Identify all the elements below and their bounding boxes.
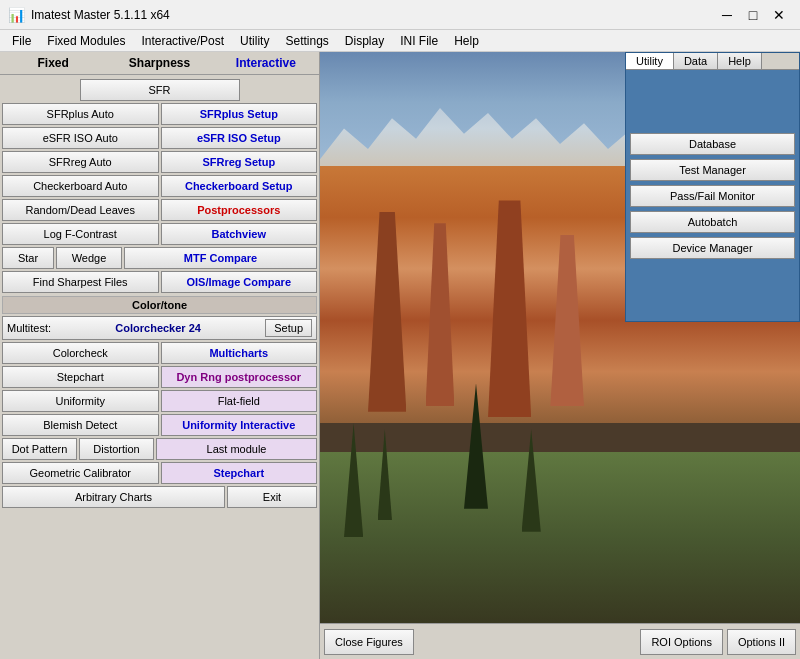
dynrng-button[interactable]: Dyn Rng postprocessor	[161, 366, 318, 388]
menu-utility[interactable]: Utility	[232, 32, 277, 50]
sfrplus-row: SFRplus Auto SFRplus Setup	[2, 103, 317, 125]
esfr-row: eSFR ISO Auto eSFR ISO Setup	[2, 127, 317, 149]
stepchart1-button[interactable]: Stepchart	[2, 366, 159, 388]
color-tone-label: Color/tone	[2, 296, 317, 314]
tab-help[interactable]: Help	[718, 53, 762, 69]
utility-tab-content: Database Test Manager Pass/Fail Monitor …	[626, 70, 799, 321]
pass-fail-monitor-button[interactable]: Pass/Fail Monitor	[630, 185, 795, 207]
log-batch-row: Log F-Contrast Batchview	[2, 223, 317, 245]
header-fixed: Fixed	[0, 54, 106, 72]
esfr-iso-auto-button[interactable]: eSFR ISO Auto	[2, 127, 159, 149]
geometric-calibrator-button[interactable]: Geometric Calibrator	[2, 462, 159, 484]
arbitrary-exit-row: Arbitrary Charts Exit	[2, 486, 317, 508]
menu-bar: File Fixed Modules Interactive/Post Util…	[0, 30, 800, 52]
menu-fixed-modules[interactable]: Fixed Modules	[39, 32, 133, 50]
uniformity-flatfield-row: Uniformity Flat-field	[2, 390, 317, 412]
database-button[interactable]: Database	[630, 133, 795, 155]
right-panel: imatest ® Utility Data Help Database Tes…	[320, 52, 800, 659]
header-sharpness: Sharpness	[106, 54, 212, 72]
ois-compare-button[interactable]: OIS/Image Compare	[161, 271, 318, 293]
multitest-value: Colorchecker 24	[53, 322, 263, 334]
dot-distortion-row: Dot Pattern Distortion Last module	[2, 438, 317, 460]
sfrreg-auto-button[interactable]: SFRreg Auto	[2, 151, 159, 173]
blemish-unifint-row: Blemish Detect Uniformity Interactive	[2, 414, 317, 436]
sfrplus-auto-button[interactable]: SFRplus Auto	[2, 103, 159, 125]
dot-pattern-button[interactable]: Dot Pattern	[2, 438, 77, 460]
colorcheck-multicharts-row: Colorcheck Multicharts	[2, 342, 317, 364]
colorcheck-button[interactable]: Colorcheck	[2, 342, 159, 364]
random-dead-leaves-button[interactable]: Random/Dead Leaves	[2, 199, 159, 221]
stepchart-dynrng-row: Stepchart Dyn Rng postprocessor	[2, 366, 317, 388]
checkerboard-row: Checkerboard Auto Checkerboard Setup	[2, 175, 317, 197]
batchview-button[interactable]: Batchview	[161, 223, 318, 245]
tab-data[interactable]: Data	[674, 53, 718, 69]
utility-tabs: Utility Data Help	[626, 53, 799, 70]
uniformity-button[interactable]: Uniformity	[2, 390, 159, 412]
utility-panel: Utility Data Help Database Test Manager …	[625, 52, 800, 322]
esfr-iso-setup-button[interactable]: eSFR ISO Setup	[161, 127, 318, 149]
distortion-button[interactable]: Distortion	[79, 438, 154, 460]
sfr-row: SFR	[2, 79, 317, 101]
close-figures-button[interactable]: Close Figures	[324, 629, 414, 655]
arbitrary-charts-button[interactable]: Arbitrary Charts	[2, 486, 225, 508]
window-controls: ─ □ ✕	[714, 5, 792, 25]
panel-body: SFR SFRplus Auto SFRplus Setup eSFR ISO …	[0, 75, 319, 659]
menu-file[interactable]: File	[4, 32, 39, 50]
left-panel: Fixed Sharpness Interactive SFR SFRplus …	[0, 52, 320, 659]
test-manager-button[interactable]: Test Manager	[630, 159, 795, 181]
menu-settings[interactable]: Settings	[277, 32, 336, 50]
wedge-button[interactable]: Wedge	[56, 247, 122, 269]
multitest-prefix: Multitest:	[7, 322, 51, 334]
options-ii-button[interactable]: Options II	[727, 629, 796, 655]
sfrreg-row: SFRreg Auto SFRreg Setup	[2, 151, 317, 173]
device-manager-button[interactable]: Device Manager	[630, 237, 795, 259]
close-button[interactable]: ✕	[766, 5, 792, 25]
postprocessors-button[interactable]: Postprocessors	[161, 199, 318, 221]
uniformity-interactive-button[interactable]: Uniformity Interactive	[161, 414, 318, 436]
multitest-row: Multitest: Colorchecker 24 Setup	[2, 316, 317, 340]
star-button[interactable]: Star	[2, 247, 54, 269]
exit-button[interactable]: Exit	[227, 486, 317, 508]
flat-field-button[interactable]: Flat-field	[161, 390, 318, 412]
multicharts-button[interactable]: Multicharts	[161, 342, 318, 364]
stepchart2-button[interactable]: Stepchart	[161, 462, 318, 484]
menu-help[interactable]: Help	[446, 32, 487, 50]
menu-interactive-post[interactable]: Interactive/Post	[133, 32, 232, 50]
checkerboard-auto-button[interactable]: Checkerboard Auto	[2, 175, 159, 197]
star-mtf-row: Star Wedge MTF Compare	[2, 247, 317, 269]
sfr-button[interactable]: SFR	[80, 79, 240, 101]
roi-options-button[interactable]: ROI Options	[640, 629, 723, 655]
autobatch-button[interactable]: Autobatch	[630, 211, 795, 233]
title-bar-title: Imatest Master 5.1.11 x64	[31, 8, 170, 22]
last-module-label: Last module	[156, 438, 317, 460]
bottom-bar: Close Figures ROI Options Options II	[320, 623, 800, 659]
blemish-detect-button[interactable]: Blemish Detect	[2, 414, 159, 436]
minimize-button[interactable]: ─	[714, 5, 740, 25]
panel-header: Fixed Sharpness Interactive	[0, 52, 319, 75]
sfrreg-setup-button[interactable]: SFRreg Setup	[161, 151, 318, 173]
log-fcontrast-button[interactable]: Log F-Contrast	[2, 223, 159, 245]
title-bar: 📊 Imatest Master 5.1.11 x64 ─ □ ✕	[0, 0, 800, 30]
mtf-compare-button[interactable]: MTF Compare	[124, 247, 317, 269]
maximize-button[interactable]: □	[740, 5, 766, 25]
random-post-row: Random/Dead Leaves Postprocessors	[2, 199, 317, 221]
tab-utility[interactable]: Utility	[626, 53, 674, 69]
menu-ini-file[interactable]: INI File	[392, 32, 446, 50]
find-ois-row: Find Sharpest Files OIS/Image Compare	[2, 271, 317, 293]
setup-button[interactable]: Setup	[265, 319, 312, 337]
app-icon: 📊	[8, 7, 25, 23]
photo-area: imatest ® Utility Data Help Database Tes…	[320, 52, 800, 623]
checkerboard-setup-button[interactable]: Checkerboard Setup	[161, 175, 318, 197]
menu-display[interactable]: Display	[337, 32, 392, 50]
geo-stepchart-row: Geometric Calibrator Stepchart	[2, 462, 317, 484]
sfrplus-setup-button[interactable]: SFRplus Setup	[161, 103, 318, 125]
header-interactive: Interactive	[213, 54, 319, 72]
find-sharpest-button[interactable]: Find Sharpest Files	[2, 271, 159, 293]
